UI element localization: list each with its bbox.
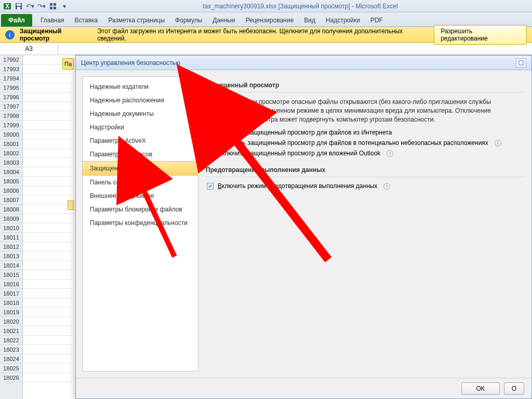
row-header[interactable]: 18003	[0, 158, 22, 167]
row-header[interactable]: 18022	[0, 336, 22, 345]
checkbox-icon[interactable]: ✔	[207, 150, 214, 157]
row-header[interactable]: 18009	[0, 214, 22, 223]
row-header[interactable]: 17994	[0, 74, 22, 83]
checkbox-icon[interactable]: ✔	[207, 183, 214, 190]
cell-row[interactable]	[23, 149, 73, 158]
tab-home[interactable]: Главная	[35, 14, 70, 26]
row-header[interactable]: 18021	[0, 326, 22, 336]
cell-row[interactable]	[23, 177, 73, 186]
cell-row[interactable]	[23, 214, 73, 223]
row-header[interactable]: 18019	[0, 308, 22, 317]
nav-message-bar[interactable]: Панель сообщений	[83, 176, 198, 189]
cell-row[interactable]	[23, 289, 73, 298]
row-header[interactable]: 18008	[0, 205, 22, 214]
tab-formulas[interactable]: Формулы	[170, 14, 207, 26]
cancel-button-partial[interactable]: О	[504, 382, 524, 395]
tab-data[interactable]: Данные	[207, 14, 240, 26]
row-header[interactable]: 18012	[0, 242, 22, 251]
row-header[interactable]: 18026	[0, 373, 22, 382]
cell-row[interactable]	[23, 280, 73, 289]
row-header[interactable]: 18001	[0, 139, 22, 149]
close-icon[interactable]	[516, 58, 526, 68]
checkbox-icon[interactable]: ✔	[207, 129, 214, 136]
nav-macros[interactable]: Параметры макросов	[83, 148, 198, 161]
cell-row[interactable]	[23, 233, 73, 242]
cell-row[interactable]	[23, 270, 73, 280]
row-header[interactable]: 18014	[0, 261, 22, 270]
row-header[interactable]: 18000	[0, 130, 22, 139]
row-header[interactable]: 17992	[0, 55, 22, 64]
row-header[interactable]: 18007	[0, 195, 22, 205]
row-header[interactable]: 18015	[0, 270, 22, 280]
tab-pdf[interactable]: PDF	[365, 14, 388, 26]
cell-row[interactable]	[23, 242, 73, 251]
checkbox-row-internet[interactable]: ✔ Включить защищенный просмотр для файло…	[206, 129, 525, 136]
row-header[interactable]: 18018	[0, 298, 22, 308]
cell-row[interactable]	[23, 158, 73, 167]
checkbox-row-dep[interactable]: ✔ Включить режим предотвращения выполнен…	[206, 182, 525, 190]
nav-addins[interactable]: Надстройки	[83, 121, 198, 134]
info-icon[interactable]: i	[387, 150, 393, 157]
cell-row[interactable]	[23, 308, 73, 317]
cell-row[interactable]	[23, 121, 73, 130]
nav-file-block[interactable]: Параметры блокировки файлов	[83, 203, 198, 216]
qat-dropdown-icon[interactable]: ▾	[59, 1, 70, 11]
row-header[interactable]: 18002	[0, 149, 22, 158]
cell-row[interactable]	[23, 102, 73, 111]
row-header[interactable]: 18004	[0, 167, 22, 177]
cell-row[interactable]	[23, 195, 73, 205]
row-header[interactable]: 18005	[0, 177, 22, 186]
row-header[interactable]: 18017	[0, 289, 22, 298]
cell-row[interactable]	[23, 326, 73, 336]
row-header[interactable]: 17996	[0, 92, 22, 102]
nav-trusted-documents[interactable]: Надежные документы	[83, 107, 198, 121]
row-header[interactable]: 17999	[0, 121, 22, 130]
tab-view[interactable]: Вид	[299, 14, 321, 26]
row-header[interactable]: 17993	[0, 64, 22, 74]
row-header[interactable]: 17995	[0, 83, 22, 92]
cell-row[interactable]	[23, 205, 73, 214]
cell-row[interactable]	[23, 139, 73, 149]
cell-row[interactable]	[23, 354, 73, 364]
cell-row[interactable]	[23, 317, 73, 326]
row-header[interactable]: 18006	[0, 186, 22, 195]
nav-trusted-locations[interactable]: Надежные расположения	[83, 94, 198, 107]
cells[interactable]	[23, 55, 73, 399]
row-header[interactable]: 17998	[0, 111, 22, 121]
checkbox-row-outlook[interactable]: ✔ Включить защищенный просмотр для вложе…	[206, 150, 525, 157]
row-header[interactable]: 18013	[0, 251, 22, 261]
cell-row[interactable]	[23, 336, 73, 345]
redo-icon[interactable]: ↷▾	[36, 1, 47, 11]
row-header[interactable]: 17997	[0, 102, 22, 111]
ok-button[interactable]: ОК	[461, 382, 500, 395]
cell-row[interactable]	[23, 364, 73, 373]
cell-row[interactable]	[23, 111, 73, 121]
cell-row[interactable]	[23, 251, 73, 261]
row-header[interactable]: 18023	[0, 345, 22, 354]
nav-protected-view[interactable]: Защищенный просмотр	[83, 161, 198, 176]
nav-trusted-publishers[interactable]: Надежные издатели	[83, 80, 198, 94]
checkbox-icon[interactable]: ✔	[207, 140, 214, 147]
cell-row[interactable]	[23, 298, 73, 308]
cell-row[interactable]	[23, 167, 73, 177]
cell-row[interactable]	[23, 223, 73, 233]
row-header[interactable]: 18024	[0, 354, 22, 364]
custom-icon[interactable]	[48, 1, 58, 11]
tab-review[interactable]: Рецензирование	[241, 14, 299, 26]
row-header[interactable]: 18020	[0, 317, 22, 326]
cell-row[interactable]	[23, 261, 73, 270]
cell-row[interactable]	[23, 83, 73, 92]
row-header[interactable]: 18010	[0, 223, 22, 233]
cell-row[interactable]	[23, 130, 73, 139]
cell-row[interactable]	[23, 345, 73, 354]
nav-external-content[interactable]: Внешнее содержимое	[83, 189, 198, 203]
tab-addins[interactable]: Надстройки	[321, 14, 365, 26]
row-header[interactable]: 18025	[0, 364, 22, 373]
nav-privacy[interactable]: Параметры конфиденциальности	[83, 216, 198, 230]
tab-page-layout[interactable]: Разметка страницы	[103, 14, 170, 26]
name-box[interactable]: A3	[0, 44, 58, 54]
save-icon[interactable]	[14, 1, 24, 11]
nav-activex[interactable]: Параметры ActiveX	[83, 134, 198, 148]
cell-row[interactable]	[23, 92, 73, 102]
info-icon[interactable]: i	[383, 183, 390, 190]
